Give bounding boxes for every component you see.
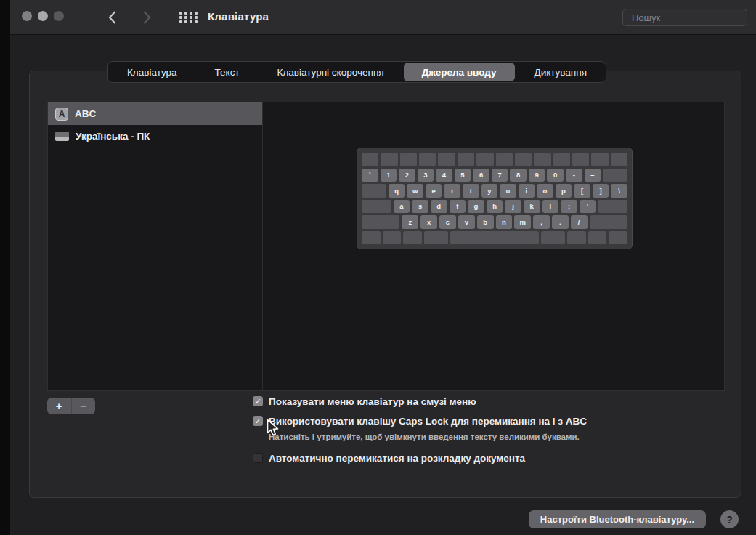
keyboard-key [403, 231, 422, 245]
minimize-button[interactable] [38, 11, 48, 21]
add-input-source-button[interactable]: + [47, 398, 72, 414]
keyboard-key: - [566, 169, 582, 182]
keyboard-key: ] [593, 184, 609, 198]
keyboard-key: / [571, 215, 588, 229]
checkbox-auto-switch-layout[interactable]: Автоматично перемикатися на розкладку до… [253, 452, 525, 464]
keyboard-key: l [542, 200, 559, 214]
keyboard-key: , [533, 215, 550, 229]
keyboard-key [515, 153, 532, 166]
keyboard-key: f [450, 200, 466, 214]
keyboard-key: h [487, 200, 503, 214]
keyboard-key: 3 [418, 169, 434, 182]
keyboard-key: v [458, 215, 475, 229]
input-source-label: Українська - ПК [76, 131, 150, 142]
list-divider [262, 102, 263, 390]
tab-text[interactable]: Текст [196, 62, 259, 82]
keyboard-key: m [514, 215, 531, 229]
checkbox-label: Використовувати клавішу Caps Lock для пе… [269, 415, 587, 427]
keyboard-key: p [556, 184, 572, 198]
keyboard-key: o [537, 184, 553, 198]
keyboard-key: z [402, 215, 418, 229]
input-source-list: A ABC Українська - ПК [48, 102, 262, 390]
tab-shortcuts[interactable]: Клавіатурні скорочення [259, 62, 403, 82]
keyboard-key: b [477, 215, 494, 229]
keyboard-key [603, 169, 627, 182]
remove-input-source-button[interactable]: − [72, 398, 96, 414]
keyboard-key [362, 184, 386, 198]
close-button[interactable] [22, 11, 32, 21]
keyboard-key: 9 [529, 169, 545, 182]
keyboard-key [362, 215, 399, 229]
keyboard-key [458, 153, 474, 166]
keyboard-key [438, 153, 455, 166]
bluetooth-setup-button[interactable]: Настроїти Bluetooth-клавіатуру... [529, 510, 706, 528]
search-input[interactable] [632, 12, 756, 23]
checkbox-checked-icon[interactable]: ✓ [253, 396, 263, 406]
keyboard-key [609, 231, 627, 245]
keyboard-key [400, 153, 417, 166]
keyboard-key [572, 153, 589, 166]
keyboard-key [476, 153, 493, 166]
keyboard-key: \ [611, 184, 627, 198]
keyboard-key: s [412, 200, 428, 214]
keyboard-key: 7 [492, 169, 508, 182]
keyboard-key: q [389, 184, 405, 198]
chevron-right-icon [143, 11, 151, 24]
help-button[interactable]: ? [720, 510, 739, 528]
back-button[interactable] [103, 9, 121, 26]
keyboard-key [383, 231, 402, 245]
keyboard-key: 4 [436, 169, 452, 182]
window-title: Клавіатура [208, 10, 269, 23]
keyboard-key [541, 231, 565, 245]
keyboard-key: = [585, 169, 601, 182]
keyboard-key [534, 153, 550, 166]
keyboard-key: i [519, 184, 535, 198]
keyboard-key: u [500, 184, 516, 198]
checkbox-label: Автоматично перемикатися на розкладку до… [269, 452, 525, 464]
abc-keyboard-icon: A [55, 108, 68, 121]
keyboard-key: y [481, 184, 498, 198]
system-preferences-window: Клавіатура Клавіатура Текст Клавіатурні … [10, 0, 756, 535]
keyboard-key [362, 153, 378, 166]
keyboard-key [591, 153, 608, 166]
grid-icon [179, 12, 182, 15]
keyboard-key [424, 231, 448, 245]
list-item-ukrainian[interactable]: Українська - ПК [48, 125, 262, 148]
keyboard-key: ' [580, 200, 596, 214]
keyboard-key: 6 [473, 169, 489, 182]
keyboard-key [553, 153, 570, 166]
keyboard-key: 1 [381, 169, 397, 182]
keyboard-key: [ [574, 184, 590, 198]
keyboard-key: ` [362, 169, 378, 182]
keyboard-key: . [552, 215, 569, 229]
keyboard-key: a [394, 200, 410, 214]
checkbox-label: Показувати меню клавіатур на смузі меню [269, 395, 476, 408]
tab-bar: Клавіатура Текст Клавіатурні скорочення … [107, 61, 606, 83]
list-item-abc[interactable]: A ABC [48, 102, 262, 125]
checkbox-unchecked-icon[interactable] [253, 453, 263, 463]
forward-button[interactable] [138, 9, 155, 26]
tab-dictation[interactable]: Диктування [516, 62, 606, 82]
ukrainian-flag-icon [55, 132, 69, 141]
keyboard-key: n [496, 215, 513, 229]
keyboard-key: g [468, 200, 484, 214]
checkbox-checked-icon[interactable]: ✓ [253, 416, 263, 426]
keyboard-key: d [431, 200, 447, 214]
tab-input-sources[interactable]: Джерела вводу [404, 63, 515, 81]
keyboard-key [611, 153, 627, 166]
keyboard-key [362, 200, 391, 214]
keyboard-key: 0 [547, 169, 564, 182]
checkbox-show-keyboard-menu[interactable]: ✓ Показувати меню клавіатур на смузі мен… [253, 395, 476, 408]
zoom-button[interactable] [54, 11, 64, 21]
tab-keyboard[interactable]: Клавіатура [108, 62, 196, 82]
keyboard-key [588, 231, 607, 245]
keyboard-key [567, 231, 586, 245]
show-all-button[interactable] [179, 10, 198, 25]
keyboard-key: 5 [455, 169, 471, 182]
keyboard-key [362, 231, 381, 245]
input-sources-panel: A ABC Українська - ПК `1234567890-=qwert… [47, 102, 725, 391]
keyboard-key: ; [561, 200, 577, 214]
search-field[interactable] [622, 9, 747, 26]
checkbox-caps-lock-switch[interactable]: ✓ Використовувати клавішу Caps Lock для … [253, 415, 587, 427]
keyboard-key [590, 215, 627, 229]
